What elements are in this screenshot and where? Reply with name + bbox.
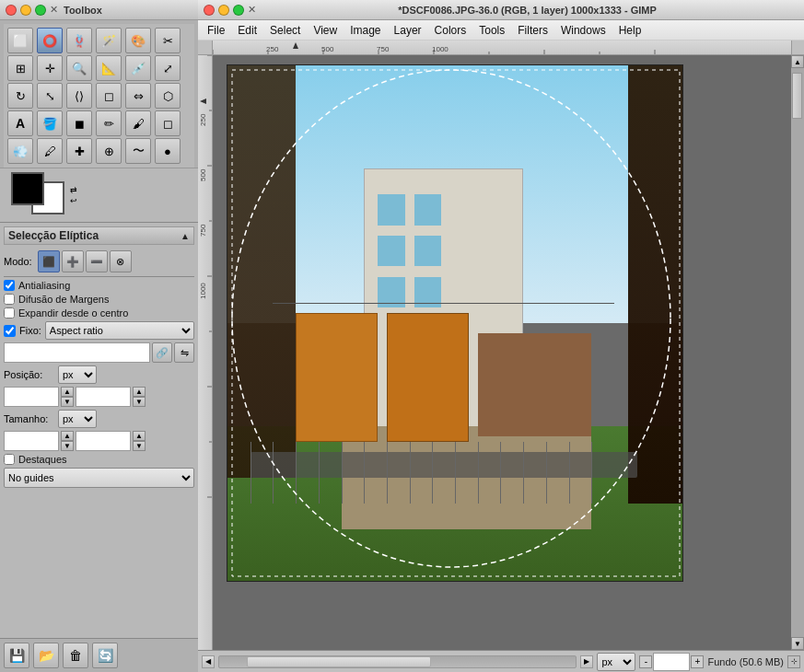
zoom-plus-button[interactable]: + — [691, 655, 704, 668]
scissors-select-tool[interactable]: ✂ — [155, 28, 181, 53]
fixo-select[interactable]: Aspect ratio None Fixed size — [45, 321, 194, 340]
smudge-tool[interactable]: 〜 — [125, 138, 151, 164]
position-y-input[interactable]: 420 — [76, 387, 131, 407]
new-image-button[interactable]: 💾 — [4, 643, 29, 668]
menu-tools[interactable]: Tools — [473, 22, 510, 39]
menu-image[interactable]: Image — [344, 22, 386, 39]
mode-intersect-btn[interactable]: ⊗ — [110, 250, 132, 272]
align-tool[interactable]: ⊞ — [7, 55, 33, 81]
open-image-button[interactable]: 📂 — [33, 643, 59, 668]
nav-left-button[interactable]: ◀ — [202, 655, 215, 668]
free-select-tool[interactable]: 🪢 — [66, 28, 92, 53]
maximize-button[interactable] — [35, 5, 46, 16]
menu-help[interactable]: Help — [613, 22, 647, 39]
mode-replace-btn[interactable]: ⬛ — [38, 250, 60, 272]
menu-windows[interactable]: Windows — [555, 22, 612, 39]
expand-center-checkbox[interactable] — [4, 307, 15, 319]
menu-file[interactable]: File — [202, 22, 230, 39]
close-button[interactable] — [6, 5, 17, 16]
scroll-down-button[interactable]: ▼ — [791, 637, 804, 650]
heal-tool[interactable]: ✚ — [66, 138, 92, 164]
delete-button[interactable]: 🗑 — [63, 643, 88, 668]
bucket-fill-tool[interactable]: 🪣 — [37, 110, 63, 136]
gimp-minimize-button[interactable] — [218, 5, 229, 16]
position-x-input[interactable]: 98 — [4, 387, 59, 407]
shear-tool[interactable]: ⟨⟩ — [66, 83, 92, 109]
position-y-up[interactable]: ▲ — [133, 387, 146, 397]
position-unit-select[interactable]: px % mm — [58, 365, 97, 384]
zoom-input[interactable]: 50 % — [653, 653, 690, 671]
menu-edit[interactable]: Edit — [232, 22, 262, 39]
window-controls[interactable] — [6, 5, 46, 16]
minimize-button[interactable] — [20, 5, 31, 16]
color-select-tool[interactable]: 🎨 — [125, 28, 151, 53]
mode-subtract-btn[interactable]: ➖ — [86, 250, 108, 272]
antialiasing-checkbox[interactable] — [4, 280, 15, 291]
rotate-tool[interactable]: ↻ — [7, 83, 33, 109]
measure-tool[interactable]: 📐 — [96, 55, 122, 81]
actual-input[interactable]: Actual — [4, 342, 150, 363]
gimp-window-controls[interactable] — [204, 5, 244, 16]
menu-filters[interactable]: Filters — [512, 22, 553, 39]
menu-view[interactable]: View — [308, 22, 343, 39]
options-scroll-button[interactable]: ▲ — [181, 231, 190, 241]
fixo-checkbox[interactable] — [4, 325, 16, 337]
position-y-down[interactable]: ▼ — [133, 397, 146, 407]
text-tool[interactable]: A — [7, 110, 33, 136]
airbrush-tool[interactable]: 💨 — [7, 138, 33, 164]
destaques-checkbox[interactable] — [4, 454, 15, 465]
mode-add-btn[interactable]: ➕ — [62, 250, 84, 272]
menu-layer[interactable]: Layer — [389, 22, 427, 39]
zoom-minus-button[interactable]: - — [639, 655, 652, 668]
ellipse-select-tool[interactable]: ⭕ — [37, 28, 63, 53]
rect-select-tool[interactable]: ⬜ — [7, 28, 33, 53]
scale-tool[interactable]: ⤡ — [37, 83, 63, 109]
horizontal-scrollbar[interactable] — [218, 655, 577, 668]
scroll-thumb-vertical[interactable] — [792, 73, 802, 119]
size-w-up[interactable]: ▲ — [61, 431, 74, 441]
gimp-close-button[interactable] — [204, 5, 215, 16]
corner-navigate-button[interactable]: ⊹ — [787, 655, 800, 668]
swap-colors-icon[interactable]: ⇄ — [70, 185, 77, 194]
size-w-down[interactable]: ▼ — [61, 441, 74, 451]
gimp-maximize-button[interactable] — [233, 5, 244, 16]
eraser-tool[interactable]: ◻ — [155, 110, 181, 136]
size-unit-select[interactable]: px % mm — [58, 410, 97, 428]
nav-right-button[interactable]: ▶ — [580, 655, 593, 668]
crop-tool[interactable]: ⤢ — [155, 55, 181, 81]
size-h-down[interactable]: ▼ — [133, 441, 146, 451]
color-selector[interactable] — [11, 172, 66, 218]
color-picker-tool[interactable]: 💉 — [125, 55, 151, 81]
canvas-area[interactable] — [213, 55, 791, 650]
fuzzy-select-tool[interactable]: 🪄 — [96, 28, 122, 53]
cage-tool[interactable]: ⬡ — [155, 83, 181, 109]
position-x-up[interactable]: ▲ — [61, 387, 74, 397]
clone-tool[interactable]: ⊕ — [96, 138, 122, 164]
aspect-icon[interactable]: ⇋ — [174, 342, 194, 363]
foreground-color[interactable] — [11, 172, 44, 205]
size-h-up[interactable]: ▲ — [133, 431, 146, 441]
ink-tool[interactable]: 🖊 — [37, 138, 63, 164]
guides-select[interactable]: No guides Center lines Rule of thirds Go… — [4, 468, 194, 488]
chain-icon[interactable]: 🔗 — [152, 342, 172, 363]
reset-colors-icon[interactable]: ↩ — [70, 196, 77, 205]
refresh-button[interactable]: 🔄 — [92, 643, 118, 668]
feather-checkbox[interactable] — [4, 294, 15, 305]
move-tool[interactable]: ✛ — [37, 55, 63, 81]
expand-center-row: Expandir desde o centro — [4, 307, 194, 319]
perspective-tool[interactable]: ◻ — [96, 83, 122, 109]
paintbrush-tool[interactable]: 🖌 — [125, 110, 151, 136]
blend-tool[interactable]: ◼ — [66, 110, 92, 136]
unit-select[interactable]: px % mm — [597, 653, 635, 671]
position-x-down[interactable]: ▼ — [61, 397, 74, 407]
size-w-input[interactable]: 852 — [4, 431, 59, 451]
scroll-up-button[interactable]: ▲ — [791, 55, 804, 68]
size-h-input[interactable]: 852 — [76, 431, 131, 451]
menu-select[interactable]: Select — [264, 22, 306, 39]
menu-colors[interactable]: Colors — [429, 22, 472, 39]
zoom-tool[interactable]: 🔍 — [66, 55, 92, 81]
horizontal-scrollbar-thumb[interactable] — [247, 656, 431, 667]
dodge-burn-tool[interactable]: ● — [155, 138, 181, 164]
pencil-tool[interactable]: ✏ — [96, 110, 122, 136]
flip-tool[interactable]: ⇔ — [125, 83, 151, 109]
